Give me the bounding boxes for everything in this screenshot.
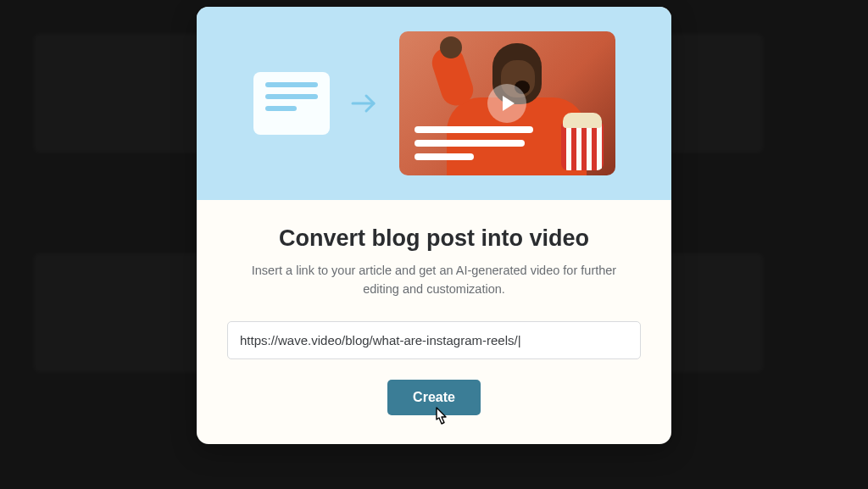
play-icon [487,84,526,123]
document-icon [253,72,330,135]
article-url-input[interactable] [227,321,641,359]
video-thumbnail [399,31,615,175]
arrow-right-icon [350,92,379,115]
create-button-label: Create [413,390,455,404]
modal-subtitle: Insert a link to your article and get an… [227,262,641,299]
create-button[interactable]: Create [387,380,481,415]
caption-lines-icon [415,126,533,160]
convert-blog-modal: Convert blog post into video Insert a li… [197,7,671,444]
cursor-pointer-icon [430,405,452,431]
modal-content: Convert blog post into video Insert a li… [197,200,671,444]
modal-hero [197,7,671,200]
modal-title: Convert blog post into video [227,225,641,252]
